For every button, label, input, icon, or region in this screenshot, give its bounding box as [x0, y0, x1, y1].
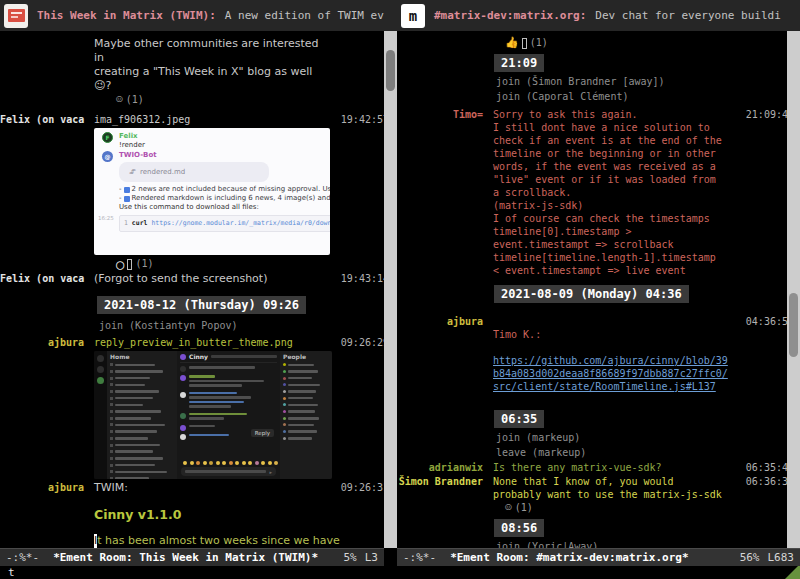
message-body: Timo K.: https://github.com/ajbura/cinny…: [493, 315, 734, 406]
scrollbar-track[interactable]: [787, 31, 800, 548]
matrix-dev-room-window: m #matrix-dev:matrix.org: Dev chat for e…: [397, 0, 800, 566]
modeline-buffer-name: *Ement Room: #matrix-dev:matrix.org*: [450, 551, 688, 564]
variation-selector-box: [127, 259, 132, 270]
message-row: ajbura reply_preview_in_butter_theme.png…: [0, 336, 397, 349]
member-list: People: [280, 351, 332, 479]
minibuffer-echo-area[interactable]: t: [0, 566, 800, 579]
message-row: ajbura Timo K.: https://github.com/ajbur…: [397, 315, 800, 406]
twim-room-buffer: Maybe other communities are interested i…: [0, 31, 397, 548]
twim-room-avatar-icon[interactable]: [4, 4, 28, 28]
smiley-icon: ☺: [116, 93, 123, 107]
matrix-room-avatar-icon[interactable]: m: [401, 4, 425, 28]
modeline-buffer-name: *Ement Room: This Week in Matrix (TWIM)*: [53, 551, 318, 564]
line-number: 1: [124, 219, 132, 227]
reply-tooltip: Reply: [251, 429, 274, 437]
sender-name: adrianwix: [397, 461, 483, 474]
membership-event: join (Caporal Clément): [496, 89, 800, 104]
embedded-image-cinny-screenshot[interactable]: Home Cinny: [94, 351, 332, 479]
timestamp: 21:09:49: [734, 108, 794, 121]
message-input-bar: ▸: [181, 467, 276, 476]
scrollbar-thumb[interactable]: [386, 50, 395, 91]
room-topic: Dev chat for everyone buildi: [595, 9, 780, 22]
modeline-line-number: L3: [365, 551, 378, 564]
membership-event: join (markeup): [496, 430, 800, 445]
timestamp: 09:26:29: [329, 336, 389, 349]
info-icon: [124, 196, 130, 202]
app-title: Cinny: [189, 353, 208, 360]
bullet-text: 2 news are not included because of missi…: [132, 185, 330, 194]
sender-name: Felix (on vaca: [0, 113, 84, 126]
shot1-row: F Felix !render: [102, 132, 326, 150]
timestamp: 19:42:57: [329, 113, 389, 126]
message-text: It has been almost two weeks since we ha…: [94, 534, 397, 548]
sender-name: Felix (on vaca: [0, 272, 84, 285]
membership-event: join (Yoric|Away): [496, 539, 800, 548]
quote-text: Timo K.:: [493, 328, 734, 341]
people-title: People: [283, 353, 329, 360]
message-text: Maybe other communities are interested i…: [94, 37, 329, 93]
message-row: Timo= Sorry to ask this again. I still d…: [397, 108, 800, 277]
scrollbar-thumb[interactable]: [789, 293, 798, 357]
room-title: #matrix-dev:matrix.org:: [434, 9, 586, 22]
message-row: Šimon Brandner None that I know of, you …: [397, 475, 800, 501]
reaction-chip[interactable]: ○ (1): [116, 257, 397, 271]
shot1-msg: Felix !render: [119, 132, 145, 150]
line-rest: t has been almost two weeks since we hav…: [97, 534, 340, 547]
membership-event: join (Kostiantyn Popov): [99, 318, 397, 333]
embedded-image-element-screenshot[interactable]: F Felix !render @ TWIO-Bot 🖇 rendered: [94, 128, 330, 255]
code-url: https://gnome.modular.im/_matrix/media/r…: [151, 219, 330, 227]
time-header: 21:09: [494, 54, 544, 72]
paperclip-icon: 🖇: [129, 168, 136, 177]
date-header-line: 2021-08-12 (Thursday) 09:26: [0, 286, 397, 318]
modeline-percent: 56%: [740, 551, 760, 564]
chat-main-area: Cinny Reply ▸: [177, 351, 280, 479]
twim-room-window: This Week in Matrix (TWIM): A new editio…: [0, 0, 397, 566]
timestamp: 06:36:34: [734, 475, 794, 488]
room-topic: A new edition of TWIM ev: [225, 9, 384, 22]
message-row: Maybe other communities are interested i…: [0, 37, 397, 93]
code-block: 1 curl https://gnome.modular.im/_matrix/…: [119, 215, 330, 232]
membership-event: leave (markeup): [496, 445, 800, 460]
matrix-dev-room-buffer: 👍 (1) 21:09 join (Šimon Brandner [away])…: [397, 31, 800, 548]
message-row: adrianwix Is there any matrix-vue-sdk? 0…: [397, 461, 800, 474]
date-header-line: 2021-08-09 (Monday) 04:36: [397, 285, 800, 307]
room-list-sidebar: Home: [107, 351, 177, 479]
smiley-icon: ☺: [505, 501, 512, 515]
date-header: 2021-08-12 (Thursday) 09:26: [97, 296, 306, 314]
sender-name: TWIO-Bot: [119, 151, 330, 160]
attachment-name: rendered.md: [140, 168, 185, 177]
matrix-dev-room-header: m #matrix-dev:matrix.org: Dev chat for e…: [397, 0, 800, 31]
timestamp: 16:25: [98, 214, 114, 223]
shot1-row: @ TWIO-Bot 🖇 rendered.md - 2 news are no…: [102, 151, 326, 232]
github-link[interactable]: https://github.com/ajbura/cinny/blob/39 …: [493, 354, 734, 393]
reaction-chip[interactable]: ☺ (1): [505, 501, 800, 515]
attachment-filename[interactable]: ima_f906312.jpeg: [94, 113, 329, 126]
reaction-chip[interactable]: 👍 (1): [505, 36, 800, 50]
reaction-chip[interactable]: ☺ (1): [116, 93, 397, 107]
attachment-pill: 🖇 rendered.md: [119, 162, 269, 182]
command-label: Use this command to download all files:: [119, 203, 330, 212]
emoji-row: [183, 461, 280, 465]
time-header-line: 21:09: [397, 50, 800, 74]
time-header-line: 06:35: [397, 406, 800, 430]
modeline-flags: -:%*-: [403, 551, 436, 564]
modeline-twim: -:%*- *Ement Room: This Week in Matrix (…: [0, 548, 384, 566]
message-text: (Forgot to send the screenshot): [94, 272, 329, 286]
message-row: Felix (on vaca (Forgot to send the scree…: [0, 272, 397, 286]
resize-grip-icon[interactable]: [785, 564, 800, 579]
room-title: This Week in Matrix (TWIM):: [37, 9, 216, 22]
membership-event: join (Šimon Brandner [away]): [496, 74, 800, 89]
bullet-line: - 2 news are not included because of mis…: [119, 185, 330, 194]
sender-name: ajbura: [0, 336, 84, 349]
attachment-filename[interactable]: reply_preview_in_butter_theme.png: [94, 336, 329, 349]
timestamp: 09:26:31: [329, 481, 389, 494]
sender-name: Felix: [119, 132, 145, 141]
shot1-msg: TWIO-Bot 🖇 rendered.md - 2 news are not …: [119, 151, 330, 232]
text-line: It has been almost two weeks since we ha…: [94, 534, 397, 548]
bullet-line: - Rendered markdown is including 6 news,…: [119, 194, 330, 203]
scrollbar-track[interactable]: [384, 31, 397, 548]
variation-selector-box: [522, 38, 527, 49]
modeline-line-number: L683: [768, 551, 795, 564]
sender-name: ajbura: [397, 315, 483, 328]
sender-name: ajbura: [0, 481, 84, 494]
